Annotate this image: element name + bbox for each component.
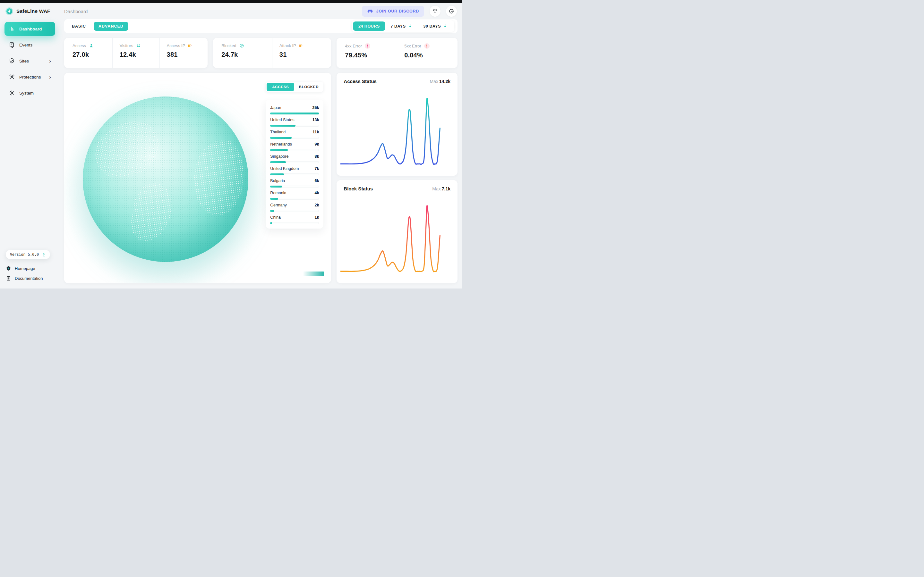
stat-label: 5xx Error — [404, 44, 421, 48]
time-range-7-days[interactable]: 7 DAYS — [385, 21, 418, 31]
stat-5xx-error: 5xx Error!0.04% — [397, 38, 456, 68]
doc-icon — [6, 276, 11, 281]
toolbar: BASICADVANCED 24 HOURS7 DAYS30 DAYS — [64, 19, 457, 33]
sidebar-link-label: Homepage — [15, 266, 35, 271]
country-name: Singapore — [270, 154, 288, 159]
stat-attack-ip: Attack IPIP31 — [272, 38, 330, 68]
stat-value: 27.0k — [73, 51, 112, 58]
country-name: China — [270, 215, 281, 219]
discord-label: JOIN OUR DISCORD — [376, 9, 419, 13]
country-name: United Kingdom — [270, 166, 299, 171]
chart-header: Block Status Max7.1k — [344, 186, 451, 191]
time-range-24-hours[interactable]: 24 HOURS — [353, 21, 385, 31]
stat-value: 12.4k — [120, 51, 160, 58]
country-value: 6k — [314, 179, 319, 183]
stat-card-3: 4xx Error!79.45%5xx Error!0.04% — [336, 38, 457, 68]
update-arrow-icon — [42, 253, 46, 257]
map-toggle-access[interactable]: ACCESS — [267, 83, 294, 91]
stat-access-ip: Access IPIP381 — [160, 38, 207, 68]
sidebar-item-protections[interactable]: Protections› — [5, 70, 55, 84]
sidebar-item-label: Protections — [19, 75, 41, 79]
time-range-label: 7 DAYS — [391, 24, 406, 29]
sidebar-link-homepage[interactable]: Homepage — [6, 263, 54, 274]
globe-visualization — [83, 97, 248, 262]
person-icon — [89, 43, 94, 48]
block-line-chart — [341, 197, 454, 276]
access-blocked-toggle: ACCESSBLOCKED — [266, 82, 323, 92]
bolt-icon — [443, 24, 447, 29]
stat-card-2: Blocked24.7kAttack IPIP31 — [213, 38, 331, 68]
country-row-singapore: Singapore8k — [270, 151, 319, 163]
stat-4xx-error: 4xx Error!79.45% — [338, 38, 397, 68]
mode-tab-advanced[interactable]: ADVANCED — [94, 22, 128, 31]
country-row-japan: Japan25k — [270, 102, 319, 114]
country-row-china: China1k — [270, 212, 319, 224]
alert-badge: ! — [424, 43, 430, 49]
access-status-card: Access Status Max14.2k — [336, 73, 457, 176]
time-range-30-days[interactable]: 30 DAYS — [418, 21, 453, 31]
join-discord-button[interactable]: JOIN OUR DISCORD — [362, 6, 424, 17]
sidebar-link-documentation[interactable]: Documentation — [6, 274, 54, 284]
country-value: 7k — [314, 166, 319, 171]
tshirt-button[interactable] — [430, 6, 441, 17]
country-row-united-states: United States13k — [270, 114, 319, 127]
country-value: 13k — [312, 118, 319, 122]
stat-label: 4xx Error — [345, 44, 362, 48]
country-list: Japan25kUnited States13kThailand11kNethe… — [270, 102, 319, 224]
logout-button[interactable] — [446, 6, 457, 17]
tshirt-icon — [432, 8, 438, 14]
map-toggle-blocked[interactable]: BLOCKED — [295, 83, 322, 91]
sidebar-item-label: Events — [19, 43, 32, 47]
country-value: 4k — [314, 191, 319, 195]
people-icon — [136, 43, 141, 48]
stat-label: Access — [73, 43, 86, 48]
country-name: Germany — [270, 203, 286, 207]
country-row-thailand: Thailand11k — [270, 127, 319, 139]
sidebar-item-system[interactable]: System — [5, 86, 55, 100]
ip-badge: IP — [299, 44, 302, 48]
sidebar-link-label: Documentation — [15, 276, 43, 281]
stat-value: 79.45% — [345, 52, 397, 59]
sidebar-item-events[interactable]: Events — [5, 38, 55, 52]
country-value: 2k — [314, 203, 319, 207]
block-icon — [239, 43, 244, 48]
country-value: 8k — [314, 154, 319, 159]
stat-access: Access27.0k — [65, 38, 112, 68]
stat-value: 381 — [167, 51, 207, 58]
country-name: Bulgaria — [270, 179, 285, 183]
main-content: BASICADVANCED 24 HOURS7 DAYS30 DAYS Acce… — [60, 19, 462, 288]
stat-card-1: Access27.0kVisitors12.4kAccess IPIP381 — [64, 38, 208, 68]
country-bar-fill — [270, 222, 272, 224]
time-range-group: 24 HOURS7 DAYS30 DAYS — [352, 20, 454, 32]
stat-label: Blocked — [221, 43, 236, 48]
country-name: Netherlands — [270, 142, 292, 147]
stat-value: 31 — [279, 51, 330, 58]
alert-badge: ! — [365, 43, 370, 49]
chart-max: Max14.2k — [430, 79, 451, 84]
country-bar-track — [270, 222, 319, 224]
country-name: Japan — [270, 105, 281, 110]
version-badge[interactable]: Version 5.0.0 — [6, 250, 50, 259]
time-range-label: 30 DAYS — [423, 24, 441, 29]
mode-tab-basic[interactable]: BASIC — [71, 22, 87, 31]
map-gradient-legend — [303, 271, 324, 276]
bolt-icon — [408, 24, 413, 29]
stat-label: Visitors — [120, 43, 133, 48]
sidebar-item-label: Dashboard — [19, 27, 42, 31]
chevron-right-icon: › — [49, 74, 51, 80]
country-row-romania: Romania4k — [270, 187, 319, 200]
country-row-united-kingdom: United Kingdom7k — [270, 163, 319, 175]
country-row-germany: Germany2k — [270, 200, 319, 212]
ip-badge: IP — [188, 44, 192, 48]
stat-value: 0.04% — [404, 52, 456, 59]
country-value: 1k — [314, 215, 319, 219]
version-label: Version 5.0.0 — [10, 252, 39, 257]
sidebar-item-dashboard[interactable]: Dashboard — [5, 22, 55, 36]
app-name: SafeLine WAF — [16, 8, 50, 14]
sidebar-item-sites[interactable]: Sites› — [5, 54, 55, 68]
top-actions: JOIN OUR DISCORD — [362, 6, 457, 17]
shield-logo-icon — [6, 266, 11, 271]
right-column: Access Status Max14.2k Block Status Max7… — [336, 73, 457, 283]
chart-title: Access Status — [344, 79, 376, 84]
access-line-chart — [341, 89, 454, 169]
